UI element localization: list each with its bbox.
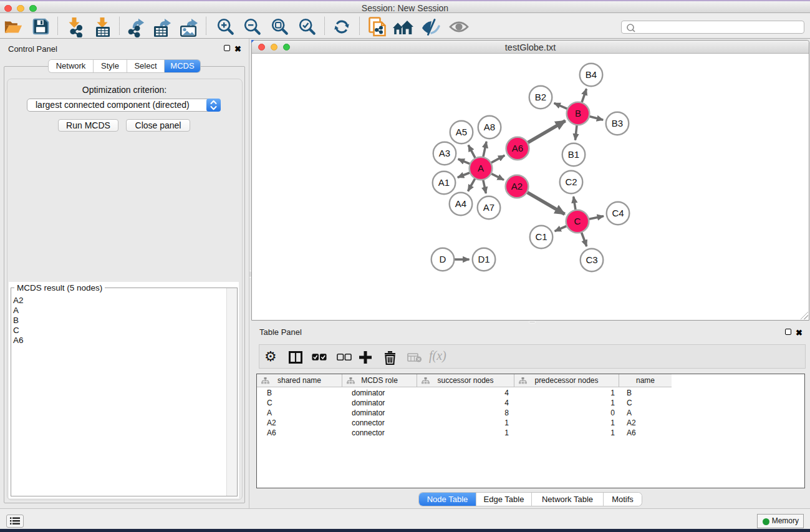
svg-text:A6: A6 bbox=[512, 143, 523, 153]
svg-text:A4: A4 bbox=[455, 198, 466, 209]
svg-text:C3: C3 bbox=[586, 254, 597, 265]
svg-text:C4: C4 bbox=[612, 208, 624, 218]
svg-text:D: D bbox=[440, 254, 446, 264]
svg-text:A3: A3 bbox=[439, 148, 450, 158]
svg-text:B1: B1 bbox=[568, 149, 579, 160]
svg-text:C1: C1 bbox=[535, 231, 547, 242]
svg-text:A5: A5 bbox=[456, 127, 467, 137]
svg-text:A1: A1 bbox=[438, 177, 450, 188]
svg-text:C2: C2 bbox=[565, 177, 577, 187]
svg-text:A2: A2 bbox=[511, 181, 523, 191]
svg-text:B2: B2 bbox=[535, 92, 546, 102]
svg-text:D1: D1 bbox=[478, 254, 489, 264]
svg-text:A: A bbox=[478, 163, 484, 173]
svg-text:A8: A8 bbox=[484, 122, 495, 132]
svg-text:C: C bbox=[574, 216, 581, 226]
svg-text:B4: B4 bbox=[586, 69, 597, 80]
svg-text:B: B bbox=[575, 108, 581, 118]
svg-text:B3: B3 bbox=[612, 118, 623, 128]
svg-text:A7: A7 bbox=[483, 202, 494, 213]
